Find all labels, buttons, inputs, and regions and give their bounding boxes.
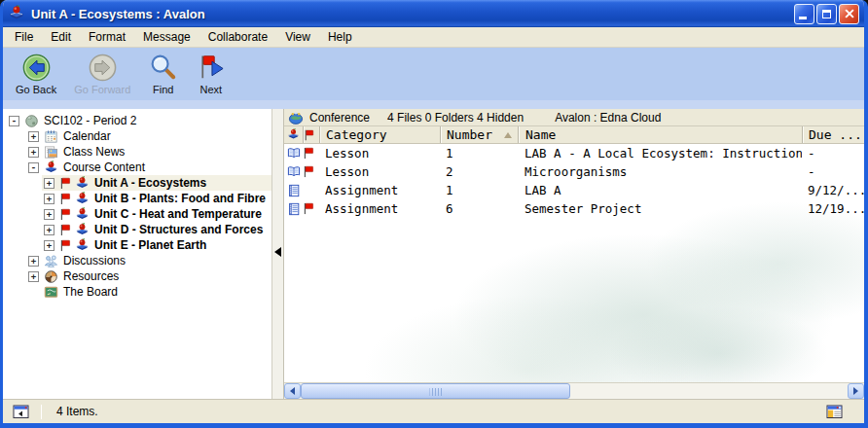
go-back-button[interactable]: Go Back xyxy=(13,52,59,96)
panel-splitter[interactable] xyxy=(272,109,284,399)
collapse-expander-icon[interactable]: - xyxy=(9,116,19,126)
tree-label: Unit E - Planet Earth xyxy=(94,238,206,252)
expand-expander-icon[interactable]: + xyxy=(44,209,54,220)
close-button[interactable] xyxy=(839,4,859,24)
expand-expander-icon[interactable]: + xyxy=(44,240,54,251)
number-column-header[interactable]: Number xyxy=(440,126,518,143)
category-column-header[interactable]: Category xyxy=(319,126,440,143)
tree-item-calendar[interactable]: + Calendar xyxy=(3,128,271,144)
expand-expander-icon[interactable]: + xyxy=(28,256,39,267)
arrow-right-icon xyxy=(853,387,858,395)
category-cell: Assignment xyxy=(319,181,440,199)
table-row-lesson-1[interactable]: Lesson 1 LAB A - A Local Ecosystem: Inst… xyxy=(284,144,864,162)
tree-item-sci102[interactable]: - SCI102 - Period 2 xyxy=(3,113,271,128)
name-cell: LAB A xyxy=(518,181,802,199)
titlebar[interactable]: Unit A - Ecosystems : Avalon xyxy=(3,0,864,27)
back-circle-icon xyxy=(21,53,52,83)
tree-item-unit-a[interactable]: + Unit A - Ecosystems xyxy=(3,175,271,191)
expand-expander-icon[interactable]: + xyxy=(28,271,39,282)
notepad-icon xyxy=(287,202,301,216)
open-book-icon xyxy=(287,165,301,179)
flag-icon xyxy=(59,193,72,205)
forward-circle-icon xyxy=(88,53,118,83)
scroll-left-button[interactable] xyxy=(284,383,301,399)
window-layout-icon[interactable] xyxy=(826,404,843,419)
expand-expander-icon[interactable]: + xyxy=(28,147,39,158)
tree-item-unit-c[interactable]: + Unit C - Heat and Temperature xyxy=(3,206,271,222)
table-row-assignment-6[interactable]: Assignment 6 Semester Project 12/19... xyxy=(284,199,864,218)
table-row-lesson-2[interactable]: Lesson 2 Microorganisms - xyxy=(284,162,864,181)
scrollbar-thumb[interactable] xyxy=(301,383,570,399)
flag-icon xyxy=(59,208,72,221)
scroll-right-button[interactable] xyxy=(848,383,864,399)
apple-book-icon xyxy=(75,192,90,206)
menu-view[interactable]: View xyxy=(276,28,319,46)
tree-item-discussions[interactable]: + Discussions xyxy=(3,253,271,268)
due-cell: 12/19... xyxy=(802,199,864,218)
apple-book-icon xyxy=(75,176,90,191)
table-row-assignment-1[interactable]: Assignment 1 LAB A 9/12/... xyxy=(284,181,864,199)
number-cell: 1 xyxy=(440,144,518,162)
apple-book-icon xyxy=(75,238,90,253)
collapse-panel-arrow-icon[interactable] xyxy=(274,247,281,257)
flag-icon xyxy=(303,202,315,215)
items-count-label: 4 Items. xyxy=(56,405,98,418)
tree-item-course-content[interactable]: - Course Content xyxy=(3,160,271,175)
next-label: Next xyxy=(199,84,222,95)
conference-icon xyxy=(288,110,304,125)
category-cell: Lesson xyxy=(319,144,440,162)
main-area: - SCI102 - Period 2 + Calendar + Class N… xyxy=(3,109,864,399)
collapse-panel-icon[interactable] xyxy=(13,404,29,419)
go-forward-label: Go Forward xyxy=(74,84,130,95)
item-type-column-header[interactable] xyxy=(284,126,303,143)
tree-item-class-news[interactable]: + Class News xyxy=(3,144,271,160)
go-forward-button: Go Forward xyxy=(71,52,133,96)
name-column-header[interactable]: Name xyxy=(518,126,802,143)
maximize-button[interactable] xyxy=(816,4,837,24)
tree-item-the-board[interactable]: The Board xyxy=(3,284,271,300)
name-cell: Microorganisms xyxy=(518,162,802,181)
flag-icon xyxy=(59,239,72,252)
due-column-header[interactable]: Due ... xyxy=(802,126,864,143)
tree-item-unit-d[interactable]: + Unit D - Structures and Forces xyxy=(3,222,271,237)
horizontal-scrollbar[interactable] xyxy=(284,382,864,399)
find-button[interactable]: Find xyxy=(145,52,181,96)
flag-column-header[interactable] xyxy=(303,126,319,143)
menu-edit[interactable]: Edit xyxy=(42,28,80,46)
maximize-icon xyxy=(822,10,831,18)
minimize-button[interactable] xyxy=(794,4,814,24)
tree-panel: - SCI102 - Period 2 + Calendar + Class N… xyxy=(3,109,272,399)
number-cell: 1 xyxy=(440,181,518,199)
sort-ascending-icon xyxy=(504,132,512,138)
app-apple-book-icon xyxy=(8,5,25,22)
expand-expander-icon[interactable]: + xyxy=(44,194,54,204)
tree-item-resources[interactable]: + Resources xyxy=(3,268,271,284)
expand-expander-icon[interactable]: + xyxy=(44,225,54,235)
next-button[interactable]: Next xyxy=(193,52,229,96)
toolbar-lower-strip xyxy=(3,100,864,109)
expand-expander-icon[interactable]: + xyxy=(28,131,39,142)
tree-label: Class News xyxy=(63,145,125,159)
menu-help[interactable]: Help xyxy=(319,28,361,46)
name-cell: LAB A - A Local Ecosystem: Instructions xyxy=(518,144,802,162)
flag-next-icon xyxy=(196,53,226,83)
due-cell: - xyxy=(802,162,864,181)
flag-icon xyxy=(59,177,72,190)
apple-book-icon xyxy=(287,128,300,141)
flag-icon xyxy=(59,224,72,236)
tree-item-unit-e[interactable]: + Unit E - Planet Earth xyxy=(3,237,271,253)
menu-message[interactable]: Message xyxy=(134,28,199,46)
flag-icon xyxy=(304,129,315,141)
app-window: Unit A - Ecosystems : Avalon File Edit F… xyxy=(0,0,868,428)
table-column-header: Category Number Name Due ... xyxy=(284,126,864,144)
tree-label: Unit D - Structures and Forces xyxy=(94,223,263,236)
menu-file[interactable]: File xyxy=(6,28,42,46)
expand-expander-icon[interactable]: + xyxy=(44,178,54,189)
menu-format[interactable]: Format xyxy=(80,28,134,46)
menu-collaborate[interactable]: Collaborate xyxy=(199,28,276,46)
collapse-expander-icon[interactable]: - xyxy=(28,162,39,173)
calendar-icon xyxy=(44,129,58,144)
tree-label: SCI102 - Period 2 xyxy=(44,114,136,127)
content-panel: Conference 4 Files 0 Folders 4 Hidden Av… xyxy=(284,109,864,399)
tree-item-unit-b[interactable]: + Unit B - Plants: Food and Fibre xyxy=(3,191,271,206)
